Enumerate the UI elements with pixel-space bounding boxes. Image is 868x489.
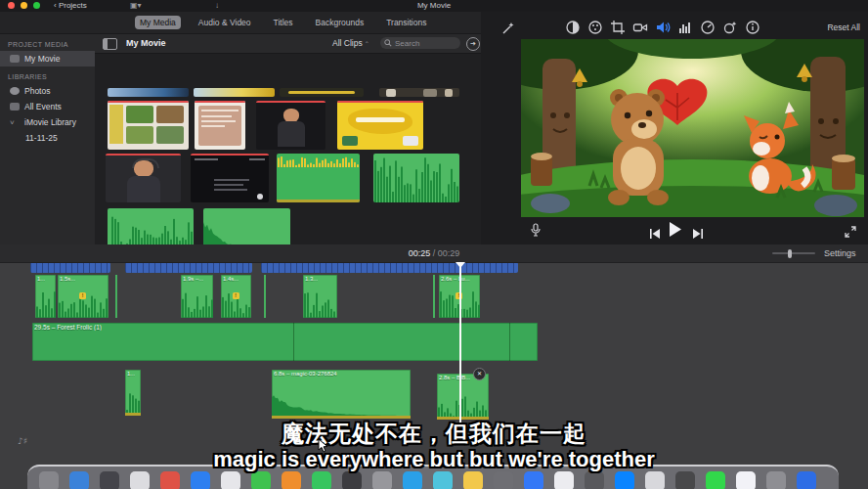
dock-app-icon[interactable]: [130, 471, 150, 489]
dock-app-icon[interactable]: [191, 471, 210, 489]
media-thumbnail-person[interactable]: [256, 101, 326, 150]
dock-app-icon[interactable]: [706, 471, 725, 489]
dock-app-icon[interactable]: [69, 471, 89, 489]
dock-app-icon[interactable]: [554, 471, 574, 489]
media-browser: My Movie All Clips⌃ Search ➔: [95, 34, 481, 244]
browser-header: My Movie All Clips⌃ Search ➔: [95, 34, 481, 54]
timeline-video-clip[interactable]: 1.4s...!: [221, 275, 251, 318]
dock-app-icon[interactable]: [797, 471, 816, 489]
tool-color-balance-icon[interactable]: [565, 20, 581, 39]
media-thumbnail-notes[interactable]: [195, 101, 245, 150]
tool-speed-icon[interactable]: [700, 20, 716, 39]
dock-app-icon[interactable]: [524, 471, 543, 489]
media-thumbnail-audio-wave[interactable]: [108, 208, 194, 244]
sidebar-item-11-11-25[interactable]: 11-11-25: [0, 130, 95, 146]
timeline-zoom-slider[interactable]: [772, 252, 815, 254]
window-title: My Movie: [0, 1, 868, 10]
dock-app-icon[interactable]: [39, 471, 59, 489]
tab-titles[interactable]: Titles: [269, 16, 298, 29]
timeline-audio-clip[interactable]: 6.8s – magic-03-276824: [272, 370, 411, 419]
media-thumbnail-audio-top[interactable]: [277, 154, 360, 202]
timeline-audio-clip[interactable]: 1...: [125, 370, 141, 416]
timeline-video-clip[interactable]: 1.3...: [303, 275, 337, 318]
background-music-bar[interactable]: [261, 262, 518, 273]
sidebar-item-my-movie[interactable]: My Movie: [0, 51, 95, 67]
media-thumbnail-strip-dark[interactable]: [280, 88, 364, 97]
clip-connector: [433, 275, 435, 318]
media-thumbnail-promo[interactable]: [337, 101, 423, 150]
sidebar-item-label: iMovie Library: [24, 117, 76, 127]
dock-app-icon[interactable]: [433, 471, 453, 489]
dock-app-icon[interactable]: [736, 471, 756, 489]
search-input[interactable]: Search: [380, 37, 460, 49]
media-thumbnail-person2[interactable]: [106, 154, 181, 202]
timeline-settings-button[interactable]: Settings: [824, 248, 856, 258]
tab-backgrounds[interactable]: Backgrounds: [311, 16, 369, 29]
tab-audio-video[interactable]: Audio & Video: [194, 16, 256, 29]
tool-effects-icon[interactable]: [722, 20, 738, 39]
sidebar-item-photos[interactable]: Photos: [0, 83, 95, 99]
adjust-toolbar: Reset All: [481, 20, 868, 37]
timeline-toolbar: 00:25 / 00:29 Settings: [0, 244, 868, 263]
photos-icon: [10, 87, 20, 95]
enhance-wand-icon[interactable]: [500, 21, 516, 36]
dock-app-icon[interactable]: [585, 471, 604, 489]
all-events-icon: [10, 103, 20, 111]
dock-app-icon[interactable]: [615, 471, 634, 489]
play-button[interactable]: [669, 222, 682, 241]
skip-back-button[interactable]: [649, 225, 661, 243]
mute-badge-icon[interactable]: ✕: [473, 368, 486, 380]
timeline-video-clip[interactable]: 1.9s –...: [181, 275, 213, 318]
dock-app-icon[interactable]: [312, 471, 331, 489]
clip-play-filter-button[interactable]: ➔: [466, 37, 480, 51]
fullscreen-icon[interactable]: [845, 224, 856, 242]
imovie-window: ‹ Projects ▣▾ ↓ My Movie My MediaAudio &…: [0, 0, 868, 489]
tab-transitions[interactable]: Transitions: [381, 16, 431, 29]
tool-stabilization-icon[interactable]: [632, 20, 648, 39]
media-thumbnail-strip-blue[interactable]: [108, 88, 189, 97]
clip-filter-dropdown[interactable]: All Clips⌃: [332, 38, 369, 48]
tool-volume-icon[interactable]: [655, 20, 671, 39]
slider-thumb[interactable]: [788, 249, 792, 258]
dock-app-icon[interactable]: [160, 471, 180, 489]
dock-app-icon[interactable]: [221, 471, 240, 489]
dock-app-icon[interactable]: [494, 471, 513, 489]
timeline-video-clip[interactable]: 1...: [35, 275, 56, 318]
subtitle-english: magic is everywhere but but we're togeth…: [0, 447, 868, 472]
background-music-bar[interactable]: [30, 262, 110, 273]
media-thumbnail-audio-decay[interactable]: [203, 208, 290, 244]
microphone-icon[interactable]: [530, 223, 542, 241]
timeline-video-clip[interactable]: 1.5s...!: [58, 275, 108, 318]
dock-app-icon[interactable]: [251, 471, 271, 489]
tool-info-icon[interactable]: [745, 20, 760, 39]
dock-app-icon[interactable]: [645, 471, 665, 489]
dock-app-icon[interactable]: [463, 471, 483, 489]
dock-app-icon[interactable]: [675, 471, 695, 489]
sidebar-item-all-events[interactable]: All Events: [0, 99, 95, 114]
tool-color-palette-icon[interactable]: [587, 20, 603, 39]
playhead-line[interactable]: [459, 262, 461, 423]
dock-app-icon[interactable]: [403, 471, 422, 489]
dock-app-icon[interactable]: [100, 471, 119, 489]
media-thumbnail-strip-blueyellow[interactable]: [194, 88, 275, 97]
viewer-pane: Reset All: [481, 12, 868, 244]
media-thumbnail-strip-figures[interactable]: [379, 88, 459, 97]
tool-noise-reduction-icon[interactable]: [677, 20, 693, 39]
reset-all-button[interactable]: Reset All: [827, 22, 860, 32]
tool-crop-icon[interactable]: [610, 20, 626, 39]
dock-app-icon[interactable]: [372, 471, 392, 489]
dock-app-icon[interactable]: [282, 471, 301, 489]
timeline-audio-clip[interactable]: 2.8s – BiB...: [437, 374, 489, 420]
sidebar-item-imovie-library[interactable]: ˅iMovie Library: [0, 114, 95, 130]
clip-label: 1...: [37, 276, 45, 282]
timeline-music-clip[interactable]: 29.5s – Forest Frolic (1): [32, 323, 538, 361]
media-thumbnail-audio-spikes[interactable]: [373, 154, 459, 202]
tab-my-media[interactable]: My Media: [135, 16, 181, 29]
dock-app-icon[interactable]: [766, 471, 786, 489]
skip-forward-button[interactable]: [692, 225, 704, 243]
media-thumbnail-webpage[interactable]: [108, 101, 189, 150]
dock-app-icon[interactable]: [342, 471, 362, 489]
sidebar-toggle-icon[interactable]: [103, 38, 117, 50]
media-thumbnail-terminal[interactable]: [191, 154, 269, 202]
background-music-bar[interactable]: [125, 262, 252, 273]
